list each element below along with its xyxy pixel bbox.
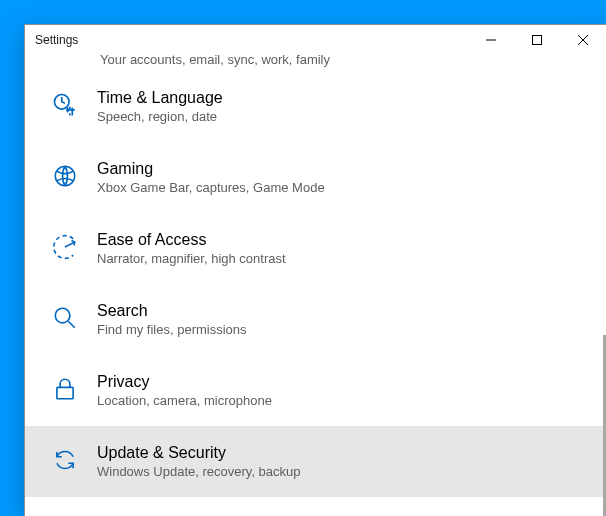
window-title: Settings: [35, 33, 78, 47]
item-sub: Find my files, permissions: [97, 322, 247, 337]
svg-rect-0: [533, 36, 542, 45]
category-item-time-language[interactable]: Time & Language Speech, region, date: [25, 71, 606, 142]
settings-body: Your accounts, email, sync, work, family…: [25, 55, 606, 516]
svg-point-3: [55, 308, 70, 323]
item-title: Ease of Access: [97, 231, 286, 249]
settings-window: Settings Your accounts, email, sync, wor…: [24, 24, 606, 516]
svg-point-2: [55, 166, 75, 186]
maximize-button[interactable]: [514, 25, 560, 55]
category-item-update-security[interactable]: Update & Security Windows Update, recove…: [25, 426, 606, 497]
category-item-gaming[interactable]: Gaming Xbox Game Bar, captures, Game Mod…: [25, 142, 606, 213]
search-icon: [51, 304, 79, 332]
item-sub: Speech, region, date: [97, 109, 223, 124]
update-security-icon: [51, 446, 79, 474]
ease-of-access-icon: [51, 233, 79, 261]
category-item-accounts-partial[interactable]: Your accounts, email, sync, work, family: [25, 55, 606, 71]
item-sub: Narrator, magnifier, high contrast: [97, 251, 286, 266]
svg-rect-4: [57, 387, 73, 398]
item-title: Update & Security: [97, 444, 301, 462]
category-item-privacy[interactable]: Privacy Location, camera, microphone: [25, 355, 606, 426]
item-sub: Your accounts, email, sync, work, family: [100, 55, 330, 67]
category-item-search[interactable]: Search Find my files, permissions: [25, 284, 606, 355]
settings-category-list: Your accounts, email, sync, work, family…: [25, 55, 606, 516]
time-language-icon: [51, 91, 79, 119]
gaming-icon: [51, 162, 79, 190]
item-title: Time & Language: [97, 89, 223, 107]
item-title: Privacy: [97, 373, 272, 391]
minimize-button[interactable]: [468, 25, 514, 55]
item-sub: Windows Update, recovery, backup: [97, 464, 301, 479]
close-button[interactable]: [560, 25, 606, 55]
category-item-ease-of-access[interactable]: Ease of Access Narrator, magnifier, high…: [25, 213, 606, 284]
privacy-icon: [51, 375, 79, 403]
item-sub: Xbox Game Bar, captures, Game Mode: [97, 180, 325, 195]
item-title: Gaming: [97, 160, 325, 178]
titlebar: Settings: [25, 25, 606, 55]
item-sub: Location, camera, microphone: [97, 393, 272, 408]
item-title: Search: [97, 302, 247, 320]
